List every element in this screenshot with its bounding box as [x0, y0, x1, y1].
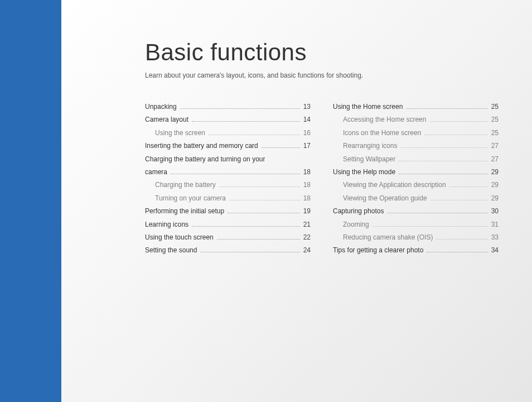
toc-entry-label: Zooming [343, 218, 369, 231]
toc-leader-dots [219, 186, 300, 187]
toc-entry-label: Using the screen [155, 127, 205, 140]
toc-entry-page: 27 [491, 153, 499, 166]
toc-entry-page: 19 [303, 205, 311, 218]
toc-entry-page: 21 [303, 218, 311, 231]
toc-entry-page: 16 [303, 127, 311, 140]
toc-entry-label: Learning icons [145, 218, 188, 231]
toc-entry-page: 24 [303, 244, 311, 257]
toc-entry-page: 18 [303, 179, 311, 192]
toc-entry[interactable]: Charging the battery and turning on your [145, 153, 311, 166]
toc-entry-page: 14 [303, 113, 311, 126]
toc-entry-page: 34 [491, 244, 499, 257]
toc-entry-label: Unpacking [145, 100, 177, 113]
toc-entry-label: Rearranging icons [343, 140, 397, 152]
toc-entry-page: 25 [491, 127, 499, 140]
toc-entry-label: Turning on your camera [155, 192, 226, 205]
toc-subentry[interactable]: Reducing camera shake (OIS)33 [333, 231, 499, 244]
toc-entry[interactable]: Using the Home screen25 [333, 100, 499, 113]
toc-entry-page: 22 [303, 231, 311, 244]
toc-entry[interactable]: Camera layout14 [145, 113, 311, 126]
toc-subentry[interactable]: Using the screen16 [145, 127, 311, 140]
toc-leader-dots [262, 147, 300, 148]
toc-leader-dots [424, 135, 488, 135]
toc-entry-page: 18 [303, 192, 311, 205]
toc-subentry[interactable]: Turning on your camera18 [145, 192, 311, 205]
toc-entry[interactable]: Using the Help mode29 [333, 166, 499, 179]
toc-entry[interactable]: Learning icons21 [145, 218, 311, 231]
toc-entry-label: Using the Help mode [333, 166, 395, 179]
toc-subentry[interactable]: Setting Wallpaper27 [333, 153, 499, 166]
toc-leader-dots [229, 200, 300, 200]
toc-entry[interactable]: Unpacking13 [145, 100, 311, 113]
toc-leader-dots [209, 135, 300, 135]
toc-entry-page: 31 [491, 218, 499, 231]
document-page: Basic functions Learn about your camera'… [61, 0, 532, 402]
toc-column-left: Unpacking13Camera layout14Using the scre… [145, 100, 311, 257]
toc-subentry[interactable]: Accessing the Home screen25 [333, 113, 499, 126]
toc-entry-page: 25 [491, 113, 499, 126]
toc-entry-label: Performing the initial setup [145, 205, 224, 218]
toc-leader-dots [217, 239, 300, 240]
toc-columns: Unpacking13Camera layout14Using the scre… [145, 100, 499, 257]
toc-entry-label: Icons on the Home screen [343, 127, 421, 140]
toc-entry-label: Camera layout [145, 113, 188, 126]
toc-subentry[interactable]: Viewing the Operation guide29 [333, 192, 499, 205]
toc-subentry[interactable]: Rearranging icons27 [333, 140, 499, 152]
toc-leader-dots [429, 121, 487, 122]
toc-entry-page: 17 [303, 140, 311, 152]
toc-leader-dots [406, 108, 487, 109]
toc-leader-dots [228, 213, 300, 213]
toc-entry-label: Charging the battery [155, 179, 216, 192]
page-title: Basic functions [145, 39, 499, 66]
toc-entry-page: 33 [491, 231, 499, 244]
toc-leader-dots [436, 239, 487, 240]
toc-entry-label: Viewing the Operation guide [343, 192, 427, 205]
toc-entry[interactable]: Inserting the battery and memory card17 [145, 140, 311, 152]
toc-entry[interactable]: Tips for getting a clearer photo34 [333, 244, 499, 257]
toc-entry-label: Viewing the Application description [343, 179, 446, 192]
toc-entry-label: Capturing photos [333, 205, 384, 218]
toc-entry-label: Setting the sound [145, 244, 197, 257]
toc-entry[interactable]: Performing the initial setup19 [145, 205, 311, 218]
toc-leader-dots [171, 174, 300, 174]
toc-entry-page: 29 [491, 179, 499, 192]
toc-entry-label: Tips for getting a clearer photo [333, 244, 423, 257]
toc-subentry[interactable]: Icons on the Home screen25 [333, 127, 499, 140]
toc-entry-page: 29 [491, 166, 499, 179]
toc-entry-label: Charging the battery and turning on your [145, 153, 265, 166]
toc-entry-page: 25 [491, 100, 499, 113]
toc-entry-label-cont: camera [145, 166, 167, 179]
toc-leader-dots [449, 186, 488, 187]
toc-entry[interactable]: Capturing photos30 [333, 205, 499, 218]
toc-entry-label: Using the Home screen [333, 100, 403, 113]
toc-leader-dots [373, 226, 488, 227]
toc-subentry[interactable]: Charging the battery18 [145, 179, 311, 192]
toc-subentry[interactable]: Viewing the Application description29 [333, 179, 499, 192]
toc-entry[interactable]: Using the touch screen22 [145, 231, 311, 244]
toc-leader-dots [200, 252, 299, 252]
toc-leader-dots [192, 121, 300, 122]
toc-entry-label: Using the touch screen [145, 231, 214, 244]
toc-entry-page: 30 [491, 205, 499, 218]
toc-entry[interactable]: Setting the sound24 [145, 244, 311, 257]
toc-entry-label: Reducing camera shake (OIS) [343, 231, 433, 244]
toc-entry-label: Setting Wallpaper [343, 153, 395, 166]
toc-leader-dots [399, 174, 488, 174]
toc-entry-page: 13 [303, 100, 311, 113]
toc-leader-dots [387, 213, 487, 213]
toc-leader-dots [431, 200, 488, 200]
toc-entry[interactable]: camera18 [145, 166, 311, 179]
toc-entry-page: 18 [303, 166, 311, 179]
toc-subentry[interactable]: Zooming31 [333, 218, 499, 231]
page-subtitle: Learn about your camera's layout, icons,… [145, 71, 499, 79]
toc-leader-dots [427, 252, 487, 252]
toc-leader-dots [192, 226, 300, 227]
toc-entry-label: Accessing the Home screen [343, 113, 426, 126]
toc-entry-label: Inserting the battery and memory card [145, 140, 258, 152]
toc-column-right: Using the Home screen25Accessing the Hom… [333, 100, 499, 257]
toc-leader-dots [180, 108, 300, 109]
toc-leader-dots [399, 161, 487, 161]
toc-leader-dots [400, 147, 487, 148]
toc-entry-page: 29 [491, 192, 499, 205]
toc-entry-page: 27 [491, 140, 499, 152]
